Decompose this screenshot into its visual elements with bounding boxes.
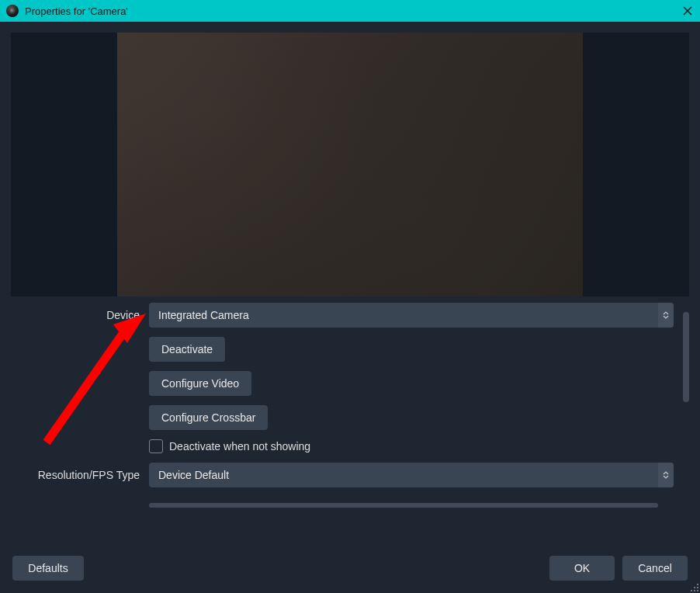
resolution-type-select[interactable]: Device Default (149, 463, 674, 487)
window-title: Properties for 'Camera' (25, 5, 128, 17)
ok-button[interactable]: OK (549, 556, 615, 581)
deactivate-button[interactable]: Deactivate (149, 337, 225, 362)
deactivate-when-not-showing-label: Deactivate when not showing (169, 440, 310, 453)
configure-crossbar-button[interactable]: Configure Crossbar (149, 405, 268, 430)
camera-preview (117, 33, 583, 296)
close-button[interactable] (681, 5, 694, 17)
dialog-content: Device Integrated Camera Deactivate Conf… (0, 22, 700, 593)
settings-panel: Device Integrated Camera Deactivate Conf… (11, 303, 689, 545)
dialog-footer: Defaults OK Cancel (0, 545, 700, 593)
svg-point-3 (697, 584, 698, 585)
resize-grip[interactable] (689, 582, 700, 593)
device-select[interactable]: Integrated Camera (149, 303, 674, 328)
resolution-type-selected-value: Device Default (149, 469, 658, 481)
horizontal-scrollbar[interactable] (149, 503, 658, 508)
svg-point-6 (691, 590, 692, 591)
svg-point-5 (697, 587, 698, 588)
svg-point-8 (697, 590, 698, 591)
close-icon (682, 5, 693, 16)
svg-point-4 (694, 587, 695, 588)
resolution-type-label: Resolution/FPS Type (11, 469, 149, 481)
preview-area (11, 33, 689, 296)
configure-video-button[interactable]: Configure Video (149, 371, 251, 396)
titlebar[interactable]: Properties for 'Camera' (0, 0, 700, 22)
obs-icon (6, 5, 19, 17)
select-stepper-icon (658, 303, 674, 328)
select-stepper-icon (658, 463, 674, 487)
svg-point-7 (694, 590, 695, 591)
vertical-scrollbar[interactable] (683, 312, 689, 402)
device-label: Device (11, 309, 149, 321)
deactivate-when-not-showing-checkbox[interactable] (149, 439, 163, 453)
cancel-button[interactable]: Cancel (622, 556, 688, 581)
device-selected-value: Integrated Camera (149, 309, 658, 321)
defaults-button[interactable]: Defaults (12, 556, 84, 581)
